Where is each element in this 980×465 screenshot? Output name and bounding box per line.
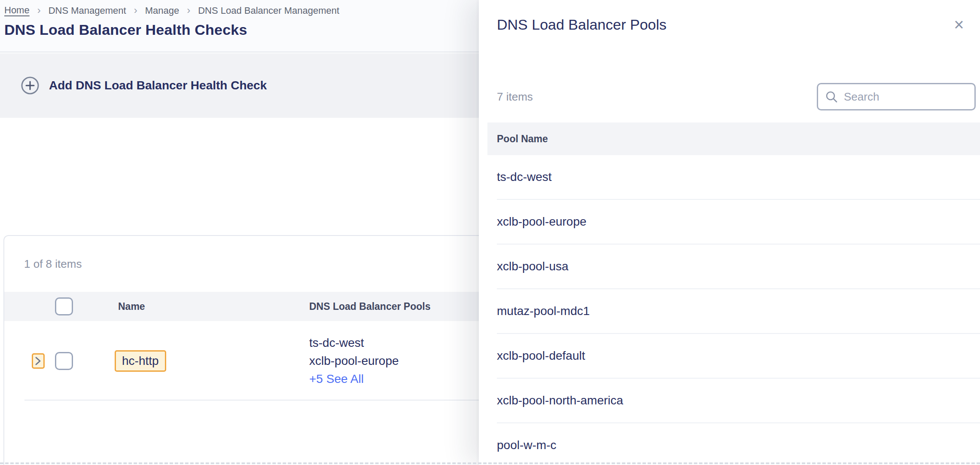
column-header-name: Name [118,301,309,312]
pool-list-item[interactable]: ts-dc-west [497,155,980,200]
breadcrumb: HomeDNS ManagementManageDNS Load Balance… [4,4,339,16]
pool-list-item[interactable]: mutaz-pool-mdc1 [497,289,980,334]
search-icon [825,90,838,103]
pool-list-item[interactable]: pool-w-m-c [497,423,980,465]
breadcrumb-item[interactable]: Manage [126,4,180,16]
close-icon[interactable]: × [949,15,969,34]
pool-list-item[interactable]: xclb-pool-europe [497,200,980,245]
panel-rows: ts-dc-westxclb-pool-europexclb-pool-usam… [479,155,980,465]
panel-toolbar: 7 items [497,77,976,116]
search-input[interactable] [844,90,968,104]
see-all-link[interactable]: +5 See All [309,370,364,388]
search-box[interactable] [817,83,976,110]
breadcrumb-item[interactable]: DNS Management [30,4,126,16]
panel-title: DNS Load Balancer Pools [497,16,667,33]
add-health-check-button[interactable]: Add DNS Load Balancer Health Check [21,76,267,95]
breadcrumb-item[interactable]: Home [4,5,30,16]
pool-list-item[interactable]: xclb-pool-default [497,334,980,379]
pool-name-column-label: Pool Name [497,133,548,145]
select-all-checkbox[interactable] [55,297,73,315]
panel-items-count: 7 items [497,90,533,104]
pool-list-item[interactable]: xclb-pool-usa [497,245,980,289]
plus-circle-icon [21,76,40,95]
chevron-right-icon [35,356,42,366]
page-title: DNS Load Balancer Health Checks [4,21,247,38]
add-health-check-label: Add DNS Load Balancer Health Check [49,79,267,92]
pools-panel: DNS Load Balancer Pools × 7 items Pool N… [479,0,980,465]
panel-column-header: Pool Name [487,122,980,155]
row-expand-button[interactable] [32,353,45,369]
row-checkbox[interactable] [55,352,73,370]
health-check-name[interactable]: hc-http [115,350,166,372]
viewport-bottom-dashed-edge [0,462,980,464]
pool-list-item[interactable]: xclb-pool-north-america [497,379,980,423]
breadcrumb-item[interactable]: DNS Load Balancer Management [179,4,339,16]
